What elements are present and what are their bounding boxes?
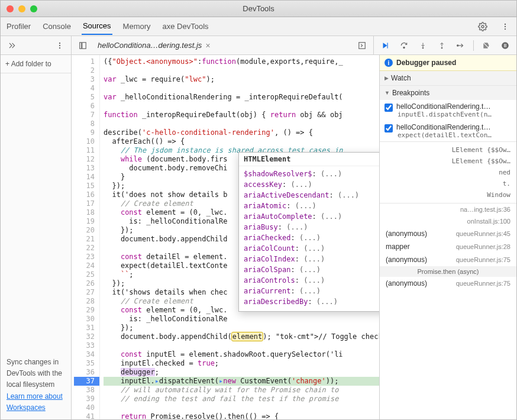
tooltip-property[interactable]: ariaChecked: (...) — [244, 232, 379, 243]
line-number[interactable]: 35 — [74, 359, 95, 368]
breakpoints-section-header[interactable]: ▼ Breakpoints — [380, 86, 516, 100]
line-number[interactable]: 9 — [74, 128, 95, 137]
line-number[interactable]: 23 — [74, 253, 95, 261]
line-number[interactable]: 3 — [74, 75, 95, 84]
line-number[interactable]: 40 — [74, 403, 95, 412]
scope-item[interactable]: t. — [380, 178, 516, 189]
line-number[interactable]: 2 — [74, 66, 95, 75]
line-number[interactable]: 6 — [74, 102, 95, 111]
line-number[interactable]: 37 — [74, 377, 99, 386]
line-number[interactable]: 41 — [74, 412, 95, 419]
line-number[interactable]: 26 — [74, 279, 95, 288]
line-number[interactable]: 34 — [74, 350, 95, 359]
window-zoom-button[interactable] — [30, 5, 37, 12]
line-number[interactable]: 8 — [74, 119, 95, 128]
step-icon[interactable] — [454, 39, 467, 52]
code-line[interactable]: afterEach(() => { — [104, 137, 379, 146]
callstack-frame[interactable]: (anonymous)queueRunner.js:75 — [380, 253, 516, 266]
step-out-icon[interactable] — [435, 39, 448, 52]
line-number[interactable]: 18 — [74, 208, 95, 217]
line-number[interactable]: 25 — [74, 270, 95, 279]
navigator-expand-icon[interactable] — [5, 39, 18, 52]
code-line[interactable]: return Promise.resolve().then(() => { — [104, 412, 379, 419]
code-line[interactable]: var _lwc = require("lwc"); — [104, 75, 379, 84]
workspaces-link[interactable]: Workspaces — [7, 402, 65, 413]
code-line[interactable]: inputEl.checked = true; — [104, 359, 379, 368]
line-number[interactable]: 39 — [74, 395, 95, 403]
code-line[interactable] — [104, 119, 379, 128]
callstack-frame[interactable]: onInstall.js:100 — [380, 215, 516, 227]
line-number[interactable]: 20 — [74, 226, 95, 235]
file-list-icon[interactable] — [76, 39, 89, 52]
code-editor[interactable]: 1234567891011121314151617181920212223242… — [72, 55, 379, 419]
code-line[interactable]: function _interopRequireDefault(obj) { r… — [104, 111, 379, 119]
line-gutter[interactable]: 1234567891011121314151617181920212223242… — [72, 55, 100, 419]
callstack-frame[interactable]: (anonymous)queueRunner.js:75 — [380, 277, 516, 290]
line-number[interactable]: 1 — [74, 57, 95, 66]
code-line[interactable]: inputEl.▸dispatchEvent(▸new CustomEvent(… — [104, 377, 379, 386]
code-line[interactable]: describe('c-hello-conditional-rendering'… — [104, 128, 379, 137]
line-number[interactable]: 28 — [74, 297, 95, 306]
file-more-icon[interactable] — [356, 39, 369, 52]
line-number[interactable]: 32 — [74, 332, 95, 341]
callstack-frame[interactable]: (anonymous)queueRunner.js:45 — [380, 227, 516, 240]
line-number[interactable]: 21 — [74, 235, 95, 244]
tab-memory[interactable]: Memory — [122, 18, 152, 34]
code-line[interactable]: debugger; — [104, 368, 379, 377]
line-number[interactable]: 17 — [74, 199, 95, 208]
tooltip-property[interactable]: accessKey: (...) — [244, 179, 379, 190]
scope-item[interactable]: ned — [380, 167, 516, 178]
code-line[interactable] — [104, 102, 379, 111]
code-line[interactable]: document.body.appendChild(element); "tok… — [104, 332, 379, 341]
line-number[interactable]: 16 — [74, 190, 95, 199]
breakpoint-item[interactable]: helloConditionalRendering.t…inputEl.disp… — [380, 100, 516, 121]
code-line[interactable]: // ending the test and fail the test if … — [104, 395, 379, 403]
code-line[interactable]: ({"Object.<anonymous>":function(module,e… — [104, 57, 379, 66]
file-tab-close-icon[interactable]: × — [205, 41, 210, 50]
line-number[interactable]: 22 — [74, 244, 95, 253]
line-number[interactable]: 38 — [74, 386, 95, 395]
line-number[interactable]: 7 — [74, 111, 95, 119]
tooltip-property[interactable]: ariaColSpan: (...) — [244, 264, 379, 275]
code-line[interactable] — [104, 66, 379, 75]
object-inspector-tooltip[interactable]: HTMLElement $shadowResolver$: (...)acces… — [238, 152, 379, 312]
tooltip-property[interactable]: ariaBusy: (...) — [244, 222, 379, 232]
tooltip-property[interactable]: ariaControls: (...) — [244, 275, 379, 286]
line-number[interactable]: 4 — [74, 84, 95, 93]
more-icon[interactable] — [499, 20, 512, 33]
tab-profiler[interactable]: Profiler — [5, 18, 32, 34]
watch-section-header[interactable]: ▶ Watch — [380, 71, 516, 85]
line-number[interactable]: 27 — [74, 288, 95, 297]
tooltip-property[interactable]: ariaActiveDescendant: (...) — [244, 190, 379, 201]
tab-axe-devtools[interactable]: axe DevTools — [161, 18, 210, 34]
navigator-more-icon[interactable] — [53, 39, 66, 52]
learn-more-link[interactable]: Learn more about — [7, 391, 65, 402]
callstack-frame[interactable]: mapperqueueRunner.js:28 — [380, 240, 516, 253]
scope-item[interactable]: LElement {$$Ow… — [380, 144, 516, 156]
deactivate-breakpoints-icon[interactable] — [480, 39, 493, 52]
tooltip-property[interactable]: ariaColCount: (...) — [244, 243, 379, 254]
tooltip-property[interactable]: ariaColIndex: (...) — [244, 254, 379, 264]
tab-sources[interactable]: Sources — [82, 18, 112, 35]
code-line[interactable]: const inputEl = element.shadowRoot.query… — [104, 350, 379, 359]
code-line[interactable] — [104, 403, 379, 412]
step-over-icon[interactable] — [398, 39, 411, 52]
line-number[interactable]: 24 — [74, 261, 95, 270]
code-line[interactable]: is: _helloConditionalRe — [104, 315, 379, 324]
line-number[interactable]: 15 — [74, 182, 95, 190]
line-number[interactable]: 31 — [74, 324, 95, 332]
breakpoint-checkbox[interactable] — [384, 104, 393, 112]
line-number[interactable]: 14 — [74, 173, 95, 182]
line-number[interactable]: 5 — [74, 93, 95, 102]
tooltip-property[interactable]: ariaCurrent: (...) — [244, 286, 379, 296]
callstack-frame[interactable]: na…ing.test.js:36 — [380, 203, 516, 215]
file-tab[interactable]: helloConditiona…dering.test.js × — [94, 40, 214, 51]
line-number[interactable]: 29 — [74, 306, 95, 315]
line-number[interactable]: 12 — [74, 155, 95, 164]
breakpoint-checkbox[interactable] — [384, 124, 393, 133]
tooltip-property[interactable]: ariaAtomic: (...) — [244, 201, 379, 211]
scope-item[interactable]: Window — [380, 189, 516, 201]
line-number[interactable]: 13 — [74, 164, 95, 173]
step-into-icon[interactable] — [416, 39, 429, 52]
resume-icon[interactable] — [379, 39, 392, 52]
